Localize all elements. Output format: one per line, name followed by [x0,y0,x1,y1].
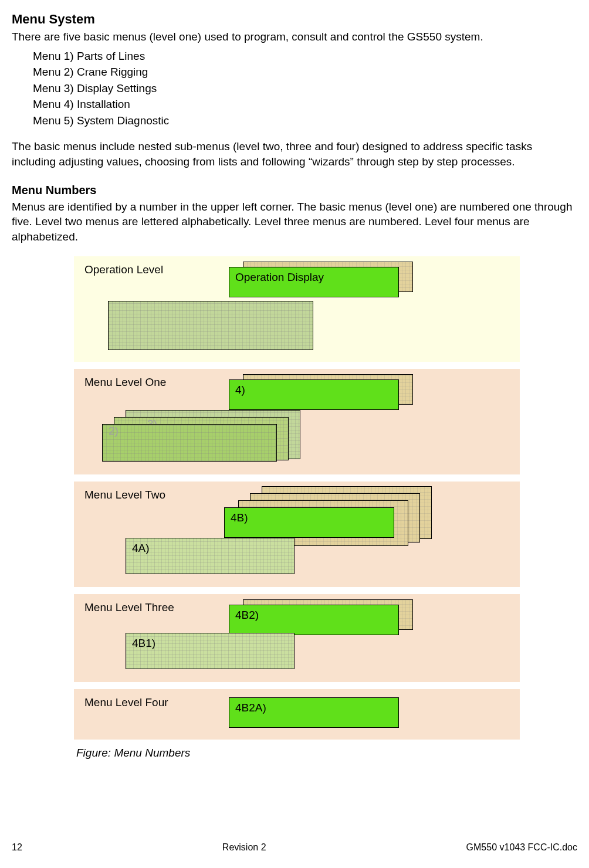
figure-menu-numbers: Operation Level Operation Display Menu L… [74,256,520,760]
l1-box-4: 4) [229,379,399,410]
footer-revision: Revision 2 [222,842,266,853]
operation-display-box: Operation Display [229,267,399,297]
l2-box-4b: 4B) [224,507,394,538]
panel-menu-level-one: Menu Level One 4) 3) 2) [74,369,520,474]
footer-doc-name: GM550 v1043 FCC-IC.doc [466,842,577,853]
panel-title: Menu Level One [84,376,166,388]
menu-item: Menu 4) Installation [33,96,577,113]
l3-box-4b1: 4B1) [126,633,294,669]
heading-menu-numbers: Menu Numbers [12,184,577,197]
display-mesh-below [108,301,313,350]
menu-item: Menu 1) Parts of Lines [33,48,577,65]
heading-menu-system: Menu System [12,12,577,27]
panel-title: Operation Level [84,263,163,276]
panel-title: Menu Level Two [84,489,165,501]
panel-operation-level: Operation Level Operation Display [74,256,520,362]
submenu-paragraph: The basic menus include nested sub-menus… [12,139,577,169]
l2-box-4a: 4A) [126,538,294,574]
page-footer: 12 Revision 2 GM550 v1043 FCC-IC.doc [0,842,589,853]
menu-item: Menu 2) Crane Rigging [33,64,577,80]
menu-item: Menu 5) System Diagnostic [33,113,577,129]
l1-box-2: 2) [102,424,277,462]
menu-list: Menu 1) Parts of Lines Menu 2) Crane Rig… [33,48,577,129]
panel-title: Menu Level Three [84,601,174,613]
figure-caption: Figure: Menu Numbers [76,747,520,760]
panel-menu-level-three: Menu Level Three 4B2) 4B1) [74,594,520,682]
panel-menu-level-four: Menu Level Four 4B2A) [74,689,520,740]
menu-item: Menu 3) Display Settings [33,80,577,97]
panel-title: Menu Level Four [84,696,168,708]
l4-box-4b2a: 4B2A) [229,697,399,728]
intro-paragraph: There are five basic menus (level one) u… [12,29,577,45]
panel-menu-level-two: Menu Level Two 4B) 4A) [74,482,520,587]
l3-box-4b2: 4B2) [229,605,399,635]
l1-label-2: 2) [109,425,119,438]
footer-page-number: 12 [12,842,22,853]
menu-numbers-paragraph: Menus are identified by a number in the … [12,199,577,245]
